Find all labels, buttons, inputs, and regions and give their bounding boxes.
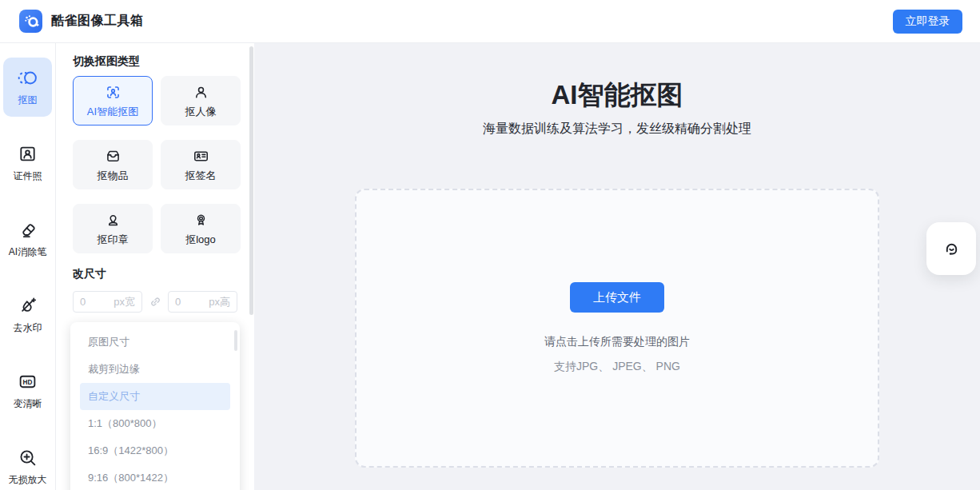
page-subtitle: 海量数据训练及算法学习，发丝级精确分割处理 <box>254 121 980 137</box>
headset-icon <box>941 238 962 260</box>
type-button-label: 抠签名 <box>185 169 217 183</box>
id-photo-icon <box>17 143 38 165</box>
upload-file-button[interactable]: 上传文件 <box>570 282 664 313</box>
eraser-icon <box>17 219 38 241</box>
type-button-label: 抠人像 <box>185 105 217 119</box>
type-button-label: 抠logo <box>185 233 216 247</box>
sidebar-item-lossless-upscale[interactable]: 无损放大 <box>3 437 52 490</box>
type-button-signature[interactable]: 抠签名 <box>161 140 241 189</box>
sidebar-item-cutout[interactable]: 抠图 <box>3 58 52 117</box>
sidebar-item-label: AI消除笔 <box>9 245 46 259</box>
tool-sidebar: 抠图 证件照 AI消除笔 <box>0 43 56 490</box>
size-option-9-16[interactable]: 9:16（800*1422） <box>80 464 230 490</box>
top-header: 酷雀图像工具箱 立即登录 <box>0 0 980 43</box>
height-field: px高 <box>168 291 237 313</box>
link-icon[interactable] <box>142 294 168 309</box>
page-title: AI智能抠图 <box>254 43 980 114</box>
cutout-icon <box>17 67 38 89</box>
cutout-type-panel: 切换抠图类型 AI智能抠图 <box>56 43 254 490</box>
sidebar-item-label: 变清晰 <box>14 397 42 411</box>
dropdown-scrollbar[interactable] <box>234 330 237 351</box>
width-input[interactable] <box>80 296 107 308</box>
size-option-crop-to-edge[interactable]: 裁剪到边缘 <box>80 356 230 383</box>
resize-inputs-row: px宽 px高 <box>73 291 237 313</box>
sidebar-item-label: 证件照 <box>14 169 42 183</box>
size-option-16-9[interactable]: 16:9（1422*800） <box>80 437 230 464</box>
watermark-remove-icon <box>17 295 38 317</box>
width-suffix: px宽 <box>114 295 135 309</box>
sidebar-item-label: 抠图 <box>18 94 38 107</box>
portrait-icon <box>192 83 210 102</box>
customer-service-button[interactable] <box>926 222 976 275</box>
size-option-custom[interactable]: 自定义尺寸 <box>80 383 230 410</box>
height-suffix: px高 <box>209 295 230 309</box>
upload-dropzone[interactable]: 上传文件 请点击上传所需要处理的图片 支持JPG、 JPEG、 PNG <box>355 189 879 468</box>
upload-hint: 请点击上传所需要处理的图片 <box>544 335 690 349</box>
sidebar-item-watermark-remove[interactable]: 去水印 <box>3 285 52 345</box>
sidebar-item-ai-eraser[interactable]: AI消除笔 <box>3 209 52 269</box>
panel-scrollbar[interactable] <box>249 46 253 315</box>
type-button-object[interactable]: 抠物品 <box>73 140 153 189</box>
bird-logo-icon <box>22 12 41 31</box>
type-button-stamp[interactable]: 抠印章 <box>73 204 153 253</box>
app-logo <box>19 10 42 33</box>
signature-icon <box>192 147 210 165</box>
sidebar-item-label: 无损放大 <box>9 473 47 487</box>
svg-text:HD: HD <box>23 379 33 386</box>
medal-icon <box>192 211 210 229</box>
type-button-logo[interactable]: 抠logo <box>161 204 241 253</box>
upload-formats: 支持JPG、 JPEG、 PNG <box>554 360 680 374</box>
stamp-icon <box>104 211 122 229</box>
resize-heading: 改尺寸 <box>73 267 254 281</box>
size-options-dropdown: 原图尺寸 裁剪到边缘 自定义尺寸 1:1（800*800） 16:9（1422*… <box>70 322 240 490</box>
cutout-type-grid: AI智能抠图 抠人像 抠物品 <box>73 76 241 253</box>
type-button-portrait[interactable]: 抠人像 <box>161 76 241 125</box>
type-button-label: 抠印章 <box>98 233 129 247</box>
app-title: 酷雀图像工具箱 <box>51 13 144 30</box>
object-icon <box>104 147 122 165</box>
zoom-in-icon <box>17 447 38 468</box>
smart-cutout-icon <box>104 83 122 102</box>
hd-icon: HD <box>17 371 38 392</box>
size-option-original[interactable]: 原图尺寸 <box>80 329 230 356</box>
sidebar-item-label: 去水印 <box>14 321 42 335</box>
sidebar-item-enhance[interactable]: HD 变清晰 <box>3 361 52 420</box>
width-field: px宽 <box>73 291 142 313</box>
login-button[interactable]: 立即登录 <box>893 10 962 34</box>
height-input[interactable] <box>175 296 202 308</box>
panel-heading: 切换抠图类型 <box>73 54 254 69</box>
size-option-1-1[interactable]: 1:1（800*800） <box>80 410 230 437</box>
type-button-ai-smart-cutout[interactable]: AI智能抠图 <box>73 76 153 125</box>
main-content: AI智能抠图 海量数据训练及算法学习，发丝级精确分割处理 上传文件 请点击上传所… <box>254 43 980 490</box>
type-button-label: AI智能抠图 <box>87 105 138 119</box>
type-button-label: 抠物品 <box>98 169 129 183</box>
sidebar-item-id-photo[interactable]: 证件照 <box>3 133 52 193</box>
